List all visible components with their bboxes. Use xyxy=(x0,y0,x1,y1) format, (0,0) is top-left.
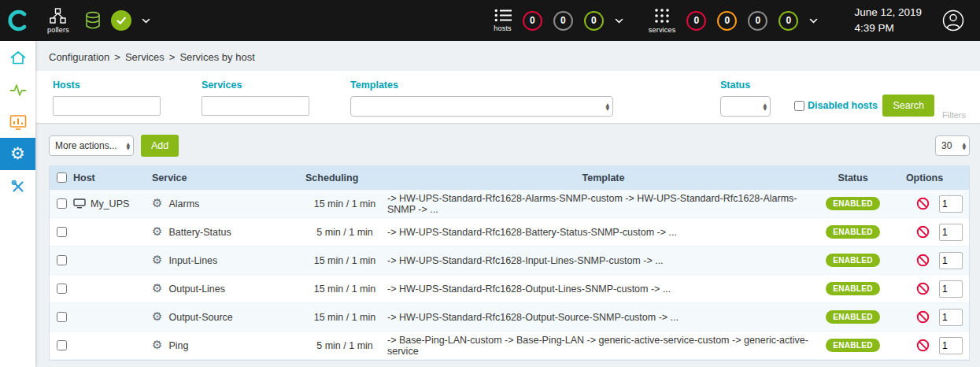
host-cell: My_UPS xyxy=(73,198,152,209)
pollers-icon xyxy=(50,8,66,24)
options-cell xyxy=(886,280,969,298)
search-button[interactable]: Search xyxy=(882,95,934,117)
row-order-input[interactable] xyxy=(939,280,963,298)
services-filter-label: Services xyxy=(202,80,309,91)
row-checkbox[interactable] xyxy=(57,227,67,237)
poller-status-group xyxy=(85,10,150,31)
disabled-hosts-checkbox[interactable] xyxy=(794,101,804,111)
add-button[interactable]: Add xyxy=(141,135,179,157)
host-name[interactable]: My_UPS xyxy=(91,198,129,209)
services-critical-counter[interactable]: 0 xyxy=(686,11,706,31)
hosts-menu[interactable]: hosts xyxy=(494,9,512,32)
row-check-cell xyxy=(50,284,73,294)
row-order-input[interactable] xyxy=(939,195,963,213)
filter-templates: Templates ▲▼ xyxy=(350,80,613,117)
status-cell: ENABLED xyxy=(819,254,886,267)
row-checkbox[interactable] xyxy=(57,340,67,350)
database-icon[interactable] xyxy=(85,11,101,31)
row-order-input[interactable] xyxy=(939,252,963,269)
breadcrumb-configuration[interactable]: Configuration xyxy=(49,51,109,63)
service-gear-icon: ⚙ xyxy=(152,283,162,295)
service-name[interactable]: Alarms xyxy=(168,198,199,209)
disable-icon[interactable] xyxy=(916,254,930,267)
service-name[interactable]: Output-Lines xyxy=(168,284,225,295)
row-order-input[interactable] xyxy=(939,337,963,354)
service-cell: ⚙ Output-Source xyxy=(152,311,305,323)
disable-icon[interactable] xyxy=(916,310,930,324)
service-name[interactable]: Output-Source xyxy=(168,312,232,323)
templates-select[interactable] xyxy=(350,96,613,117)
page-size-select[interactable]: 30 xyxy=(935,135,970,156)
column-header-options: Options xyxy=(886,172,969,184)
disable-icon[interactable] xyxy=(916,339,930,352)
templates-filter-label: Templates xyxy=(350,80,613,91)
poller-ok-icon[interactable] xyxy=(111,10,131,31)
services-icon xyxy=(654,8,670,24)
disabled-hosts-label[interactable]: Disabled hosts xyxy=(808,100,878,111)
hosts-unreachable-counter[interactable]: 0 xyxy=(553,11,573,31)
column-header-host: Host xyxy=(73,172,152,184)
sidebar-item-reporting[interactable] xyxy=(0,106,35,138)
pollers-chevron-down-icon[interactable] xyxy=(142,18,150,24)
clock-date: June 12, 2019 xyxy=(854,5,922,20)
status-cell: ENABLED xyxy=(819,339,886,352)
table-row: ⚙ Output-Lines 15 min / 1 min -> HW-UPS-… xyxy=(50,275,969,303)
row-check-cell xyxy=(50,198,73,209)
services-menu[interactable]: services xyxy=(649,8,676,34)
topbar: pollers xyxy=(0,0,980,41)
service-gear-icon: ⚙ xyxy=(152,198,162,209)
sidebar-item-administration[interactable] xyxy=(0,170,35,202)
table-header: Host Service Scheduling Template Status … xyxy=(50,165,969,190)
column-header-service: Service xyxy=(152,172,305,184)
profile-menu[interactable] xyxy=(942,9,964,32)
services-chevron-down-icon[interactable] xyxy=(809,18,818,24)
sidebar: ⚙ xyxy=(0,41,35,367)
service-cell: ⚙ Battery-Status xyxy=(152,226,305,238)
disable-icon[interactable] xyxy=(916,197,930,210)
service-name[interactable]: Battery-Status xyxy=(168,227,231,238)
row-order-input[interactable] xyxy=(939,224,963,241)
services-ok-counter[interactable]: 0 xyxy=(778,11,798,31)
hosts-filter-label: Hosts xyxy=(53,80,161,91)
hosts-filter-input[interactable] xyxy=(53,96,161,116)
row-checkbox[interactable] xyxy=(57,255,67,265)
template-cell: -> HW-UPS-Standard-Rfc1628-Output-Source… xyxy=(384,312,819,323)
sidebar-item-monitoring[interactable] xyxy=(0,73,35,106)
row-order-input[interactable] xyxy=(939,309,963,326)
services-filter-input[interactable] xyxy=(202,96,309,116)
breadcrumb-services[interactable]: Services xyxy=(125,51,165,63)
services-label: services xyxy=(649,26,676,34)
services-unknown-counter[interactable]: 0 xyxy=(748,11,767,31)
template-cell: -> Base-Ping-LAN-custom -> Base-Ping-LAN… xyxy=(384,335,819,357)
row-check-cell xyxy=(50,312,73,322)
row-checkbox[interactable] xyxy=(57,198,67,209)
sidebar-item-configuration[interactable]: ⚙ xyxy=(0,138,35,170)
hosts-chevron-down-icon[interactable] xyxy=(615,18,623,24)
disable-icon[interactable] xyxy=(916,225,930,239)
status-badge: ENABLED xyxy=(826,310,879,324)
centreon-app: pollers xyxy=(0,0,980,367)
service-name[interactable]: Input-Lines xyxy=(168,255,217,266)
status-badge: ENABLED xyxy=(826,254,879,267)
service-cell: ⚙ Output-Lines xyxy=(152,283,305,295)
template-cell: -> HW-UPS-Standard-Rfc1628-Input-Lines-S… xyxy=(384,255,819,266)
pollers-menu[interactable]: pollers xyxy=(47,8,69,34)
disable-icon[interactable] xyxy=(916,282,930,295)
service-name[interactable]: Ping xyxy=(168,340,188,351)
more-actions-select[interactable]: More actions... xyxy=(49,135,134,156)
hosts-down-counter[interactable]: 0 xyxy=(523,11,542,31)
hosts-up-counter[interactable]: 0 xyxy=(584,11,604,31)
services-warning-counter[interactable]: 0 xyxy=(717,11,737,31)
row-checkbox[interactable] xyxy=(57,312,67,322)
search-area: Search xyxy=(882,95,934,117)
centreon-logo[interactable] xyxy=(0,8,36,33)
status-badge: ENABLED xyxy=(826,282,879,295)
service-gear-icon: ⚙ xyxy=(152,339,162,351)
disabled-hosts-toggle[interactable]: Disabled hosts xyxy=(794,100,878,111)
table-body: My_UPS ⚙ Alarms 15 min / 1 min -> HW-UPS… xyxy=(50,190,969,360)
sidebar-item-home[interactable] xyxy=(0,41,35,73)
status-select[interactable] xyxy=(720,96,771,117)
select-all-checkbox[interactable] xyxy=(57,172,67,183)
row-checkbox[interactable] xyxy=(57,284,67,294)
centreon-logo-icon xyxy=(7,8,29,33)
